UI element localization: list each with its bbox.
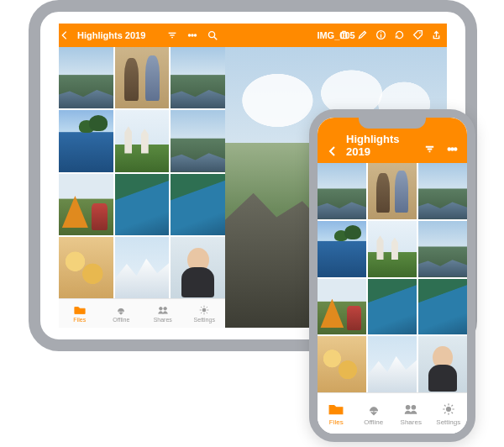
gallery-thumb[interactable] bbox=[59, 47, 113, 108]
gallery-thumb[interactable] bbox=[171, 110, 225, 171]
tab-label: Settings bbox=[436, 418, 460, 426]
gallery-thumb[interactable] bbox=[115, 47, 170, 108]
tab-label: Shares bbox=[154, 317, 172, 323]
gallery-grid bbox=[59, 47, 225, 298]
more-icon[interactable] bbox=[186, 29, 198, 41]
phone-tab-bar: Files Offline Shares Settings bbox=[318, 392, 467, 434]
gallery-thumb[interactable] bbox=[318, 279, 366, 335]
phone-notch bbox=[359, 117, 426, 129]
gallery-thumb[interactable] bbox=[318, 163, 366, 219]
svg-point-14 bbox=[381, 32, 381, 33]
trash-icon[interactable] bbox=[339, 29, 349, 42]
gallery-thumb[interactable] bbox=[418, 279, 467, 335]
tab-shares[interactable]: Shares bbox=[142, 299, 184, 328]
svg-point-9 bbox=[159, 308, 162, 311]
gallery-thumb[interactable] bbox=[171, 47, 225, 108]
info-icon[interactable] bbox=[375, 29, 386, 42]
sort-icon[interactable] bbox=[166, 29, 178, 41]
refresh-icon[interactable] bbox=[394, 29, 405, 42]
gallery-title: Highlights 2019 bbox=[77, 30, 145, 40]
gallery-thumb[interactable] bbox=[115, 174, 170, 235]
svg-point-15 bbox=[419, 32, 421, 34]
gallery-thumb[interactable] bbox=[59, 174, 113, 235]
gallery-thumb[interactable] bbox=[59, 110, 113, 171]
svg-point-21 bbox=[454, 148, 457, 150]
svg-point-11 bbox=[202, 308, 206, 312]
svg-point-24 bbox=[412, 405, 416, 409]
gallery-thumb[interactable] bbox=[368, 279, 417, 335]
gallery-thumb[interactable] bbox=[418, 221, 467, 277]
tab-label: Offline bbox=[113, 317, 129, 323]
svg-point-6 bbox=[209, 32, 215, 38]
edit-icon[interactable] bbox=[357, 29, 368, 42]
svg-point-20 bbox=[451, 148, 454, 150]
gallery-thumb[interactable] bbox=[171, 174, 225, 235]
svg-point-23 bbox=[407, 405, 411, 409]
gallery-thumb[interactable] bbox=[418, 163, 467, 219]
gallery-thumb[interactable] bbox=[59, 237, 113, 298]
viewer-header-bar: IMG_005 bbox=[225, 24, 447, 47]
gallery-thumb[interactable] bbox=[115, 237, 170, 298]
tab-files[interactable]: Files bbox=[59, 299, 101, 328]
gallery-pane: Highlights 2019 bbox=[59, 24, 225, 328]
tab-files[interactable]: Files bbox=[318, 393, 355, 434]
svg-point-19 bbox=[448, 148, 450, 150]
gallery-thumb[interactable] bbox=[368, 163, 417, 219]
gallery-thumb[interactable] bbox=[368, 336, 417, 392]
gallery-thumb[interactable] bbox=[368, 221, 417, 277]
phone-device-frame: Highlights 2019 bbox=[309, 109, 475, 442]
tab-label: Files bbox=[73, 317, 86, 323]
more-icon[interactable] bbox=[446, 143, 459, 158]
search-icon[interactable] bbox=[207, 29, 218, 41]
svg-line-7 bbox=[214, 37, 218, 40]
tab-label: Offline bbox=[364, 418, 383, 426]
phone-gallery-grid bbox=[318, 163, 467, 392]
tab-label: Shares bbox=[401, 418, 422, 426]
svg-point-3 bbox=[188, 34, 190, 36]
gallery-thumb[interactable] bbox=[318, 221, 366, 277]
tab-settings[interactable]: Settings bbox=[184, 299, 226, 328]
share-icon[interactable] bbox=[431, 29, 442, 42]
svg-point-5 bbox=[194, 34, 196, 36]
tab-shares[interactable]: Shares bbox=[392, 393, 430, 434]
tab-offline[interactable]: Offline bbox=[101, 299, 143, 328]
tablet-tab-bar: Files Offline Shares Settings bbox=[59, 298, 225, 328]
svg-point-10 bbox=[164, 308, 167, 311]
tab-offline[interactable]: Offline bbox=[355, 393, 393, 434]
gallery-header-bar: Highlights 2019 bbox=[59, 24, 225, 47]
gallery-thumb[interactable] bbox=[115, 110, 170, 171]
gallery-thumb[interactable] bbox=[318, 336, 366, 392]
back-icon[interactable] bbox=[326, 145, 339, 158]
phone-screen: Highlights 2019 bbox=[318, 118, 467, 434]
back-icon[interactable] bbox=[59, 29, 71, 41]
svg-point-4 bbox=[192, 34, 193, 36]
tag-icon[interactable] bbox=[412, 29, 423, 42]
tab-label: Settings bbox=[194, 317, 215, 323]
svg-point-25 bbox=[446, 407, 450, 411]
tab-label: Files bbox=[329, 418, 344, 426]
tab-settings[interactable]: Settings bbox=[430, 393, 468, 434]
gallery-thumb[interactable] bbox=[418, 336, 467, 392]
gallery-thumb[interactable] bbox=[171, 237, 225, 298]
phone-title: Highlights 2019 bbox=[346, 133, 417, 158]
sort-icon[interactable] bbox=[423, 143, 436, 158]
